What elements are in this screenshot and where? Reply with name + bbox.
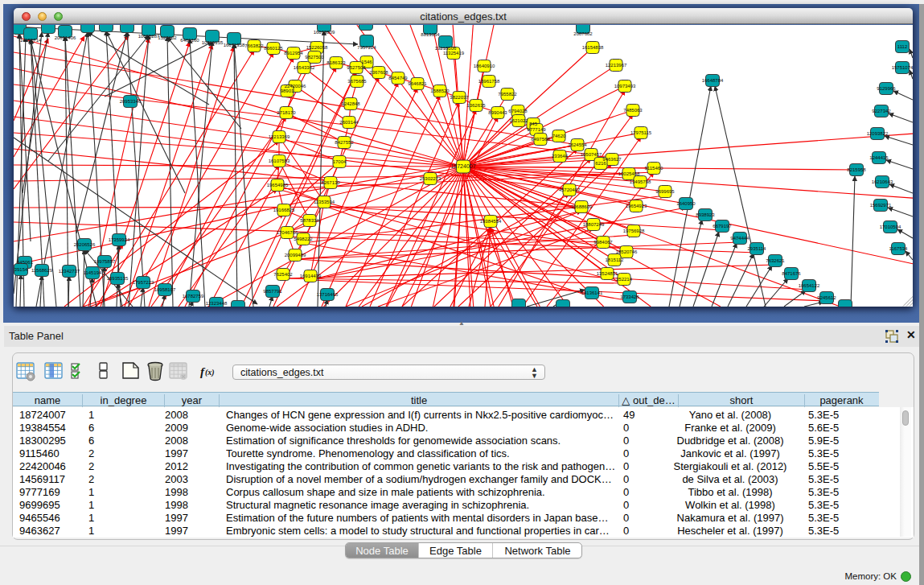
svg-text:11353594: 11353594 <box>314 200 335 204</box>
svg-text:3675685: 3675685 <box>347 79 367 84</box>
svg-text:8813054: 8813054 <box>421 32 440 37</box>
svg-text:9827500: 9827500 <box>305 55 324 60</box>
svg-text:1815112: 1815112 <box>606 257 625 262</box>
svg-text:13524851: 13524851 <box>597 271 618 276</box>
svg-text:2718170: 2718170 <box>277 110 296 115</box>
svg-text:9699695: 9699695 <box>655 189 675 194</box>
svg-text:10973493: 10973493 <box>614 84 636 89</box>
svg-text:8990443: 8990443 <box>488 110 507 115</box>
svg-text:8427552: 8427552 <box>335 140 354 145</box>
svg-text:233644: 233644 <box>552 154 569 159</box>
svg-text:10507457: 10507457 <box>581 152 602 157</box>
svg-text:10958107: 10958107 <box>154 287 176 292</box>
svg-text:17975115: 17975115 <box>630 130 652 135</box>
svg-text:12342737: 12342737 <box>59 269 80 274</box>
svg-text:18807249: 18807249 <box>583 222 605 227</box>
svg-text:8454749: 8454749 <box>388 76 408 80</box>
svg-text:17957223: 17957223 <box>133 280 154 285</box>
svg-text:12323448: 12323448 <box>206 301 228 306</box>
svg-text:2367608: 2367608 <box>369 70 388 75</box>
svg-text:7632621: 7632621 <box>766 258 785 263</box>
svg-text:20953346: 20953346 <box>120 99 142 104</box>
svg-text:1145194: 1145194 <box>84 270 103 275</box>
svg-text:16210643: 16210643 <box>872 179 893 184</box>
svg-text:16914479: 16914479 <box>300 274 322 278</box>
svg-text:6466160: 6466160 <box>180 38 199 43</box>
svg-text:19654985: 19654985 <box>267 183 289 187</box>
svg-text:9777149: 9777149 <box>527 127 546 132</box>
svg-text:14136141: 14136141 <box>581 290 603 295</box>
svg-text:6216: 6216 <box>595 161 606 166</box>
svg-text:98901: 98901 <box>281 89 294 93</box>
svg-text:9227342: 9227342 <box>872 109 891 113</box>
svg-text:8471676: 8471676 <box>782 271 801 276</box>
svg-text:1112: 1112 <box>897 44 908 49</box>
svg-text:5878334: 5878334 <box>300 218 319 223</box>
svg-text:7625402: 7625402 <box>273 272 293 277</box>
svg-text:16543362: 16543362 <box>294 65 315 70</box>
svg-text:9129966: 9129966 <box>877 86 896 91</box>
svg-text:7485063: 7485063 <box>623 108 643 113</box>
svg-text:16033809: 16033809 <box>314 30 335 35</box>
svg-text:15751074: 15751074 <box>892 65 913 70</box>
svg-text:15226058: 15226058 <box>306 45 328 50</box>
svg-text:74620: 74620 <box>552 134 566 138</box>
svg-text:9115460: 9115460 <box>645 166 664 171</box>
svg-text:17010504: 17010504 <box>880 225 901 229</box>
svg-text:17046766: 17046766 <box>277 230 298 235</box>
svg-text:252214: 252214 <box>616 277 633 282</box>
svg-text:19756928: 19756928 <box>623 229 645 233</box>
svg-text:19654923: 19654923 <box>626 204 647 208</box>
svg-text:9984067: 9984067 <box>593 240 613 245</box>
svg-text:6794028: 6794028 <box>508 109 528 113</box>
svg-text:7955822: 7955822 <box>498 92 517 97</box>
svg-text:1640950: 1640950 <box>676 201 696 206</box>
svg-text:3822037: 3822037 <box>450 95 469 100</box>
svg-text:18724007: 18724007 <box>450 163 475 169</box>
svg-text:6679197: 6679197 <box>713 224 732 229</box>
svg-text:8267130: 8267130 <box>321 180 340 185</box>
svg-text:18520746: 18520746 <box>616 249 638 254</box>
svg-text:1244415: 1244415 <box>869 155 889 160</box>
svg-text:20206526: 20206526 <box>74 242 96 247</box>
svg-text:19166825: 19166825 <box>273 208 295 212</box>
svg-text:14055714: 14055714 <box>20 38 42 43</box>
svg-text:9245612: 9245612 <box>817 295 836 300</box>
svg-text:1733426: 1733426 <box>620 295 639 299</box>
svg-text:16961758: 16961758 <box>478 79 500 84</box>
svg-text:10655287: 10655287 <box>138 34 160 39</box>
svg-text:20691406: 20691406 <box>55 35 76 40</box>
svg-text:11325419: 11325419 <box>443 51 465 56</box>
svg-text:1621022: 1621022 <box>509 118 528 123</box>
svg-text:15935135: 15935135 <box>107 276 129 281</box>
svg-text:5498222: 5498222 <box>294 237 313 241</box>
svg-text:8186323: 8186323 <box>326 60 346 65</box>
svg-text:12093822: 12093822 <box>867 131 889 136</box>
svg-text:12213967: 12213967 <box>606 63 627 68</box>
svg-text:20099489: 20099489 <box>285 253 306 257</box>
svg-text:9242848: 9242848 <box>341 101 360 106</box>
svg-text:8660125: 8660125 <box>264 46 283 51</box>
svg-text:2603144: 2603144 <box>339 120 359 125</box>
svg-text:645061: 645061 <box>17 260 34 265</box>
svg-text:8912954: 8912954 <box>284 51 303 56</box>
svg-text:16648784: 16648784 <box>702 78 724 83</box>
svg-text:7957224: 7957224 <box>357 45 376 50</box>
svg-text:6497568: 6497568 <box>531 137 550 142</box>
svg-text:1527602: 1527602 <box>158 35 177 40</box>
svg-text:10025458: 10025458 <box>618 171 640 176</box>
svg-text:10654122: 10654122 <box>799 283 820 288</box>
svg-text:13495798: 13495798 <box>630 179 651 184</box>
svg-text:7663822: 7663822 <box>244 43 264 48</box>
svg-text:45720407: 45720407 <box>559 187 581 192</box>
svg-text:8215958: 8215958 <box>847 167 866 172</box>
svg-text:(x): (x) <box>205 368 215 377</box>
svg-text:10975857: 10975857 <box>94 259 116 264</box>
svg-text:16782759: 16782759 <box>183 294 204 299</box>
svg-text:10719155: 10719155 <box>202 40 224 45</box>
svg-text:15692971: 15692971 <box>870 203 892 208</box>
svg-text:1588520: 1588520 <box>430 89 450 93</box>
svg-text:9527508: 9527508 <box>347 65 366 70</box>
svg-text:16107553: 16107553 <box>269 159 290 163</box>
svg-text:11568629: 11568629 <box>31 268 53 273</box>
